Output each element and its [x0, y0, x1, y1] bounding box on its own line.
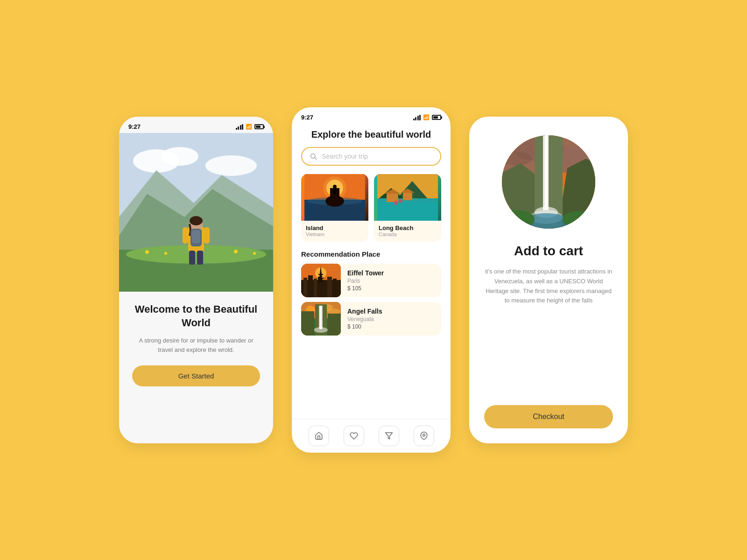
island-name: Island [306, 224, 364, 231]
welcome-content: Welcome to the Beautiful World A strong … [119, 292, 273, 443]
status-bar-2: 9:27 📶 [292, 107, 451, 124]
screen-explore: 9:27 📶 Explore the beautiful world Searc… [292, 107, 451, 453]
svg-rect-51 [314, 279, 317, 297]
svg-rect-44 [377, 202, 438, 221]
angel-image [301, 302, 341, 336]
status-icons: 📶 [236, 124, 264, 130]
rec-card-angel[interactable]: Angel Falls Veneguala $ 100 [301, 302, 441, 336]
svg-rect-55 [318, 278, 324, 279]
get-started-button[interactable]: Get Started [132, 365, 260, 386]
svg-marker-71 [385, 433, 392, 439]
svg-rect-20 [197, 251, 203, 265]
longbeach-country: Canada [379, 231, 437, 237]
svg-point-88 [563, 211, 595, 228]
svg-rect-18 [204, 227, 210, 244]
battery-icon [254, 124, 264, 129]
place-card-island[interactable]: Island Vietnam [301, 174, 368, 242]
home-nav-button[interactable] [309, 426, 329, 446]
cart-description: it's one of the most popular tourist att… [484, 267, 613, 388]
search-placeholder: Search your trip [322, 153, 433, 160]
hero-image [119, 133, 273, 292]
svg-point-10 [234, 250, 238, 253]
time-label: 9:27 [128, 123, 141, 130]
status-icons-2: 📶 [413, 114, 442, 120]
angel-place: Veneguala [347, 316, 437, 322]
add-to-cart-title: Add to cart [514, 244, 583, 259]
wifi-icon: 📶 [246, 124, 252, 130]
svg-rect-54 [318, 274, 323, 275]
angel-price: $ 100 [347, 323, 437, 330]
island-country: Vietnam [306, 231, 364, 237]
search-bar[interactable]: Search your trip [301, 147, 441, 166]
angel-info: Angel Falls Veneguala $ 100 [347, 303, 441, 335]
battery-icon-2 [432, 115, 441, 120]
favorites-nav-button[interactable] [344, 426, 364, 446]
svg-rect-57 [327, 277, 332, 297]
svg-point-2 [161, 147, 198, 166]
svg-point-14 [190, 216, 203, 225]
home-icon [315, 432, 323, 440]
places-grid: Island Vietnam [292, 174, 451, 250]
place-card-longbeach[interactable]: Long Beach Canada [374, 174, 441, 242]
screen-welcome: 9:27 📶 [119, 117, 273, 443]
eiffel-info: Eiffel Tower Paris $ 105 [347, 265, 441, 296]
signal-icon-2 [413, 115, 421, 120]
longbeach-info: Long Beach Canada [374, 221, 441, 242]
svg-rect-70 [328, 314, 341, 336]
eiffel-price: $ 105 [347, 285, 437, 292]
svg-line-22 [315, 158, 317, 160]
search-icon [310, 153, 317, 160]
svg-rect-32 [333, 189, 336, 194]
eiffel-name: Eiffel Tower [347, 269, 437, 277]
wifi-icon-2: 📶 [423, 114, 430, 120]
svg-rect-58 [333, 279, 337, 297]
welcome-desc: A strong desire for or impulse to wander… [132, 336, 260, 354]
svg-rect-83 [545, 135, 548, 210]
explore-title: Explore the beautiful world [303, 128, 439, 140]
island-info: Island Vietnam [301, 221, 368, 242]
svg-point-8 [145, 250, 149, 254]
checkout-button[interactable]: Checkout [484, 405, 613, 428]
status-bar-1: 9:27 📶 [119, 117, 273, 133]
explore-header: Explore the beautiful world [292, 124, 451, 147]
heart-icon [350, 432, 358, 440]
svg-point-63 [327, 308, 340, 314]
filter-icon [385, 432, 393, 440]
eiffel-place: Paris [347, 278, 437, 284]
svg-point-9 [164, 252, 167, 255]
location-nav-button[interactable] [414, 426, 434, 446]
svg-rect-19 [189, 251, 195, 265]
screen-cart: Add to cart it's one of the most popular… [469, 117, 628, 443]
svg-rect-49 [303, 278, 307, 297]
signal-icon [236, 124, 244, 130]
svg-rect-17 [183, 227, 188, 244]
angel-name: Angel Falls [347, 308, 437, 315]
welcome-title: Welcome to the Beautiful World [132, 303, 260, 329]
location-icon [420, 432, 428, 440]
filter-nav-button[interactable] [379, 426, 399, 446]
svg-point-3 [205, 155, 257, 176]
svg-point-11 [253, 252, 256, 255]
longbeach-image [374, 174, 441, 221]
time-label-2: 9:27 [301, 114, 313, 121]
longbeach-name: Long Beach [379, 224, 437, 231]
island-image [301, 174, 368, 221]
svg-point-72 [423, 434, 425, 436]
eiffel-image [301, 264, 341, 297]
svg-rect-69 [301, 311, 314, 336]
svg-rect-67 [320, 306, 322, 329]
svg-rect-40 [403, 193, 412, 200]
svg-rect-56 [317, 280, 324, 282]
svg-rect-16 [192, 230, 200, 243]
recommendation-list: Eiffel Tower Paris $ 105 [292, 264, 451, 414]
svg-point-68 [314, 327, 328, 333]
recommendation-title: Recommendation Place [292, 250, 451, 264]
svg-rect-50 [308, 275, 313, 297]
bottom-nav [292, 419, 451, 453]
svg-point-31 [333, 185, 337, 189]
rec-card-eiffel[interactable]: Eiffel Tower Paris $ 105 [301, 264, 441, 297]
circular-destination-image [502, 135, 595, 229]
hero-svg [119, 133, 273, 292]
